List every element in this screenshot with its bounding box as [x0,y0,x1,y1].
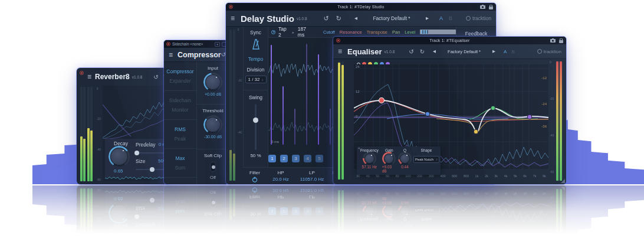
hp-value[interactable]: 20.0 Hz [272,177,289,182]
nav-item[interactable]: Monitor [164,105,196,115]
tap-line[interactable] [306,225,307,238]
nav-item[interactable]: Sidechain [164,96,196,105]
eq-node-yellow[interactable] [474,236,478,238]
nav-item[interactable]: Max [164,154,196,163]
tap-button[interactable]: 5 [316,207,323,215]
nav-item[interactable]: RMS [164,236,196,238]
swing-value[interactable]: 50 % [250,153,261,158]
undo-icon[interactable]: ↺ [324,15,329,22]
size-handle[interactable] [150,198,155,203]
predelay-handle[interactable] [134,151,139,155]
slider-handle[interactable] [253,118,258,123]
nav-item[interactable]: Max [164,207,196,216]
tap-line[interactable] [282,225,284,238]
nav-item[interactable]: Expander [164,76,196,86]
param-tab[interactable]: Resonance [340,30,362,35]
nav-item[interactable]: Sum [164,197,196,207]
decay-knob[interactable] [110,148,128,165]
tap-line[interactable] [294,225,295,238]
record-close-icon[interactable] [80,71,84,75]
nav-item[interactable]: Sum [164,163,196,172]
input-value[interactable]: +0.00 dB [205,92,221,96]
input-knob[interactable] [205,74,221,90]
nav-item[interactable]: RMS [164,125,196,134]
tap-name[interactable]: Tap 2 [278,26,288,38]
q-value[interactable]: 0.44 [401,165,409,169]
frequency-value[interactable]: 57.11 Hz [362,165,377,169]
tap-line[interactable] [318,225,319,238]
gain-knob[interactable] [384,154,394,164]
menu-icon[interactable]: ≡ [231,14,235,22]
size-value[interactable]: 50% [158,206,167,211]
tap-line[interactable] [271,225,272,238]
undo-icon[interactable]: ↺ [153,74,158,80]
tap-line[interactable] [306,44,307,145]
eq-node-purple[interactable] [527,115,532,119]
tempo-label[interactable]: Tempo [248,56,264,62]
detector-group[interactable]: RMSPeak [164,120,196,149]
lock-icon[interactable] [559,38,563,43]
menu-icon[interactable]: ≡ [169,51,173,59]
redo-icon[interactable]: ↻ [420,48,425,55]
threshold-value[interactable]: -30.00 dB [204,231,222,235]
ab-slot-a[interactable]: A [504,49,507,54]
preset-name[interactable]: Factory Default * [436,49,492,54]
preset-name[interactable]: Factory Default * [357,15,426,21]
tap-line[interactable] [282,86,284,145]
nav-item[interactable]: Compressor [164,67,196,76]
tap-line[interactable] [330,109,331,145]
size-slider[interactable] [136,200,170,201]
gain-value[interactable]: +9.03 dB [382,197,396,205]
menu-icon[interactable]: ≡ [338,47,342,56]
predelay-handle[interactable] [134,214,139,219]
tap-button[interactable]: 1 [268,207,276,215]
division-selector[interactable]: 1 / 32↕ [245,76,267,83]
frequency-knob[interactable] [364,206,374,216]
sync-label[interactable]: Sync [250,30,261,35]
frequency-knob[interactable] [364,154,374,164]
size-handle[interactable] [150,167,155,172]
swing-slider[interactable] [244,104,268,150]
tap-time-value[interactable]: 187 ms [298,26,310,38]
ab-slot-a[interactable]: A [439,15,443,21]
preset-next-icon[interactable]: ▶ [492,49,495,54]
menu-icon[interactable]: ≡ [87,73,91,81]
param-tab[interactable]: Transpose [367,30,387,35]
channel-group[interactable]: MaxSum [164,149,196,178]
softclip-toggle[interactable] [210,198,216,208]
mode-group[interactable]: CompressorExpander [164,62,196,91]
nav-item[interactable]: Peak [164,226,196,236]
redo-icon[interactable]: ↻ [336,15,341,22]
panel-close-icon[interactable]: × [358,220,360,223]
decay-value[interactable]: 0.65 [114,168,123,174]
tap-button[interactable]: 2 [280,207,288,215]
preset-next-icon[interactable]: ▶ [426,16,429,21]
tap-button[interactable]: 2 [280,155,288,162]
undo-icon[interactable]: ↺ [221,51,226,58]
eq-node-red[interactable] [379,98,385,103]
sidechain-selector[interactable]: Sidechain <none> [172,42,203,46]
param-tab[interactable]: Level [405,30,415,35]
lock-icon[interactable] [489,5,493,9]
tap-button[interactable]: 3 [292,207,300,215]
shape-selector[interactable]: Peak Notch ↕ [413,207,439,214]
tap-line[interactable] [318,54,319,145]
caret-icon[interactable]: ▸ [293,30,294,34]
detector-group[interactable]: RMSPeak [164,221,196,238]
tap-button[interactable]: 5 [316,155,323,162]
record-close-icon[interactable] [166,42,170,46]
stepper-icon[interactable]: ↕ [262,78,264,81]
tap-line[interactable] [271,45,272,145]
lp-value[interactable]: 11057.0 Hz [300,177,324,182]
tap-button[interactable]: 4 [304,155,311,162]
predelay-value[interactable]: 0 ms [159,223,169,228]
decay-knob[interactable] [110,204,128,222]
record-close-icon[interactable] [336,38,340,43]
eq-node-green[interactable] [491,106,495,110]
shape-selector[interactable]: Peak Notch ↕ [413,156,439,163]
threshold-knob[interactable] [205,117,221,132]
tap-param-tabs[interactable]: CutoffResonanceTransposePanLevel [323,30,415,35]
record-close-icon[interactable] [229,5,233,9]
swing-value[interactable]: 50 % [250,211,261,217]
tap-button[interactable]: 4 [304,207,311,215]
